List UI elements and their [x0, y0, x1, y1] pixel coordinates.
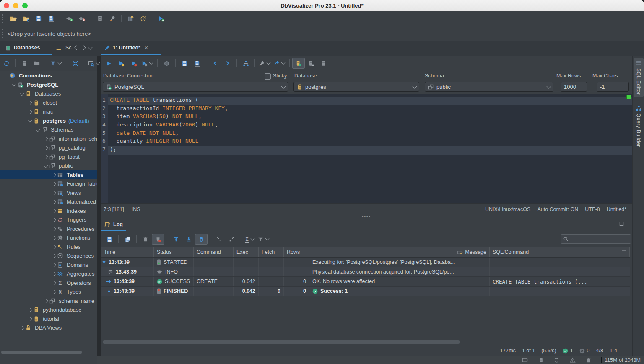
tree-expander-icon[interactable] [35, 129, 40, 131]
toolbar-grip[interactable] [2, 14, 4, 23]
play-button[interactable] [102, 58, 115, 69]
tree-item-materialized-v[interactable]: Materialized V [0, 197, 97, 207]
tab-log[interactable]: Log [104, 222, 123, 228]
tree-item-indexes[interactable]: Indexes [0, 207, 97, 216]
tree-item-triggers[interactable]: Triggers [0, 215, 97, 225]
tree-expander-icon[interactable] [27, 120, 32, 122]
tab-prev-icon[interactable] [74, 45, 79, 50]
play-dot-yellow-button[interactable] [115, 58, 127, 69]
tree-item-closet[interactable]: closet [0, 98, 97, 108]
tree-item-foreign-table[interactable]: Foreign Table [0, 179, 97, 188]
copy-button[interactable] [121, 234, 134, 245]
tab-next-icon[interactable] [81, 45, 86, 50]
log-search-input[interactable] [561, 234, 631, 244]
tree-expander-icon[interactable] [19, 327, 24, 330]
tree-expander-icon[interactable] [51, 237, 56, 240]
tree-expander-icon[interactable] [51, 291, 56, 294]
memory-usage[interactable]: 115M of 2048M [605, 357, 641, 363]
tree-expander-icon[interactable] [51, 183, 56, 186]
tree-item-connections[interactable]: Connections [0, 71, 97, 80]
code-line-6[interactable]: quantity INTEGER NOT NULL [108, 138, 632, 146]
play-dot-red-button[interactable] [127, 58, 140, 69]
tree-item-pg-catalog[interactable]: pg_catalog [0, 143, 97, 152]
server-yellow-check-button[interactable] [292, 58, 305, 69]
tree-item-public[interactable]: public [0, 161, 97, 170]
mem-db-button[interactable] [535, 355, 547, 364]
code-line-1[interactable]: CREATE TABLE transactions ( [108, 97, 632, 105]
tree-item-mac[interactable]: mac [0, 107, 97, 116]
play-plus-button[interactable] [155, 13, 167, 24]
tree-item-sequences[interactable]: Sequences [0, 251, 97, 261]
tree-expander-icon[interactable] [11, 84, 16, 86]
tri-down-icon[interactable] [102, 260, 106, 264]
code-line-5[interactable]: date DATE NOT NULL, [108, 130, 632, 138]
tree-expander-icon[interactable] [43, 147, 48, 150]
tree-item-procedures[interactable]: Procedures [0, 225, 97, 234]
server-button[interactable] [18, 58, 31, 69]
column-header-fetch[interactable]: Fetch [259, 247, 284, 257]
tab-document-untitled[interactable]: 1: Untitled* × [104, 41, 148, 54]
tree-item-schemas[interactable]: Schemas [0, 125, 97, 134]
code-line-7[interactable]: ); [108, 146, 632, 155]
win-search-button[interactable] [87, 58, 101, 69]
tree-item-information-sche[interactable]: information_sche [0, 134, 97, 144]
tree-expander-icon[interactable] [51, 273, 56, 276]
tree-item-pg-toast[interactable]: pg_toast [0, 152, 97, 162]
refresh-button[interactable] [0, 58, 13, 69]
code-line-2[interactable]: transactionId INTEGER PRIMARY KEY, [108, 105, 632, 114]
tree-item-tables[interactable]: Tables [0, 170, 97, 180]
tab-query-builder[interactable]: Query Builder [634, 103, 644, 150]
collapse-button[interactable] [69, 58, 81, 69]
arr-bottom-button[interactable] [182, 234, 195, 245]
column-header-time[interactable]: Time [101, 247, 154, 257]
tab-databases[interactable]: Databases [5, 41, 40, 54]
tree-expander-icon[interactable] [51, 173, 56, 176]
nav-right-button[interactable] [221, 58, 234, 69]
column-header-exec[interactable]: Exec [234, 247, 259, 257]
splitter-handle[interactable]: •••• [101, 214, 632, 218]
trash-button[interactable] [582, 355, 595, 364]
tree-item-dba-views[interactable]: DBA Views [0, 323, 97, 333]
tab-sql-editor[interactable]: SQL Editor [634, 58, 644, 97]
tab-list-chevron-icon[interactable] [88, 45, 92, 49]
sql-editor[interactable]: 1234567 CREATE TABLE transactions ( tran… [101, 94, 632, 203]
tree-expander-icon[interactable] [27, 318, 32, 320]
tree-item-domains[interactable]: Domains [0, 261, 97, 270]
sidebar-hscrollbar[interactable] [1, 351, 82, 354]
tree-expander-icon[interactable] [51, 191, 56, 194]
tree-expander-icon[interactable] [43, 299, 48, 302]
column-header-status[interactable]: Status [154, 247, 194, 257]
max-rows-input[interactable]: 1000 [561, 82, 587, 92]
column-header-sql-command[interactable]: SQL/Command [490, 247, 630, 257]
nav-left-button[interactable] [209, 58, 221, 69]
editor-code[interactable]: CREATE TABLE transactions ( transactionI… [108, 94, 632, 203]
tree-expander-icon[interactable] [51, 227, 56, 230]
funnel-button[interactable] [256, 234, 271, 245]
log-row-started[interactable]: 13:43:39STARTEDExecuting for: 'PostgreSQ… [101, 258, 630, 267]
sigma-small-button[interactable]: Σ [244, 234, 256, 245]
tree-item-databases[interactable]: Databases [0, 89, 97, 98]
database-select[interactable]: postgres [293, 82, 419, 92]
mem-warn-button[interactable] [566, 355, 579, 364]
expand-button[interactable] [226, 234, 238, 245]
shrink-button[interactable] [213, 234, 226, 245]
tree-expander-icon[interactable] [51, 255, 56, 258]
arr-top-button[interactable] [170, 234, 182, 245]
arrow-right-blue-icon[interactable] [106, 279, 111, 284]
tri-up-icon[interactable] [107, 289, 111, 293]
connection-select[interactable]: PostgreSQL [103, 82, 288, 92]
maximize-panel-icon[interactable] [619, 222, 624, 226]
wrench-button[interactable] [257, 58, 272, 69]
mem-sync-button[interactable] [551, 355, 563, 364]
tree-expander-icon[interactable] [51, 245, 56, 248]
code-line-4[interactable]: description VARCHAR(2000) NULL, [108, 121, 632, 130]
plug-plus-button[interactable] [63, 13, 75, 24]
wrench-button[interactable] [106, 13, 119, 24]
plug-x-button[interactable] [75, 13, 88, 24]
tree-item-aggregates[interactable]: Aggregates [0, 269, 97, 279]
tree-item-operators[interactable]: ΣOperators [0, 279, 97, 288]
code-line-3[interactable]: item VARCHAR(50) NOT NULL, [108, 113, 632, 121]
tree-item-schema-name[interactable]: schema_name [0, 297, 97, 306]
save-all-button[interactable] [191, 58, 203, 69]
log-command-link[interactable]: CREATE [197, 279, 218, 284]
